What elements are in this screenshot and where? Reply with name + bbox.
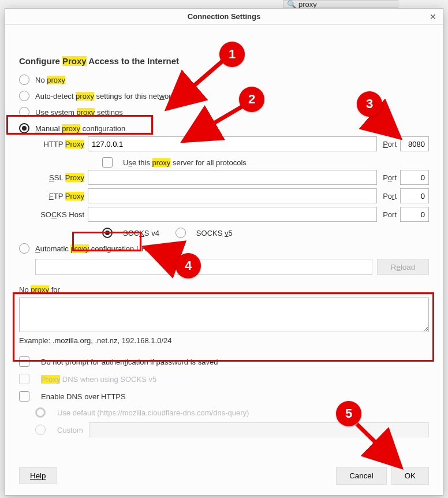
socks-v4-label: SOCKS v4 <box>123 229 159 237</box>
http-port-label: Port <box>383 140 397 148</box>
cancel-button[interactable]: Cancel <box>336 467 387 485</box>
radio-socks-v5[interactable] <box>176 228 186 238</box>
radio-icon <box>35 425 46 435</box>
checkbox-label: Do not prompt for authentication if pass… <box>41 358 218 366</box>
annotation-circle-3: 3 <box>357 91 382 117</box>
checkbox-label: Proxy DNS when using SOCKS v5 <box>41 375 156 384</box>
ok-button[interactable]: OK <box>391 467 429 485</box>
no-proxy-for-label: No proxy for <box>19 285 429 294</box>
http-port-input[interactable] <box>400 136 429 151</box>
checkbox-label: Enable DNS over HTTPS <box>41 392 126 401</box>
radio-icon <box>19 75 29 85</box>
ftp-proxy-input[interactable] <box>88 188 377 203</box>
radio-label: Manual proxy configuration <box>35 124 125 133</box>
radio-icon <box>19 107 29 117</box>
radio-icon <box>19 123 29 133</box>
checkbox-icon <box>19 391 29 402</box>
search-value: proxy <box>298 0 317 9</box>
checkbox-icon <box>19 374 29 384</box>
annotation-circle-2: 2 <box>239 87 264 112</box>
ssl-port-label: Port <box>383 173 397 182</box>
http-proxy-label: HTTP Proxy <box>35 140 84 148</box>
ssl-proxy-label: SSL Proxy <box>35 173 84 182</box>
socks-v5-label: SOCKS v5 <box>196 229 233 237</box>
radio-auto-config-url[interactable]: Automatic proxy configuration URL <box>19 240 429 257</box>
use-for-all-protocols[interactable]: Use this proxy server for all protocols <box>102 155 429 170</box>
radio-label: Use system proxy settings <box>35 108 123 117</box>
checkbox-label: Use this proxy server for all protocols <box>123 158 247 167</box>
radio-icon <box>19 91 29 101</box>
no-prompt-auth-checkbox[interactable]: Do not prompt for authentication if pass… <box>19 353 429 370</box>
auto-config-url-input[interactable] <box>35 259 372 275</box>
doh-custom: Custom <box>35 420 429 440</box>
connection-settings-dialog: Connection Settings ✕ Configure Proxy Ac… <box>5 8 443 496</box>
no-proxy-for-textarea[interactable] <box>19 298 429 332</box>
radio-socks-v4[interactable] <box>102 228 113 238</box>
checkbox-icon <box>102 157 113 168</box>
radio-icon <box>35 407 46 418</box>
search-icon: 🔍 <box>287 0 296 9</box>
reload-button: Reload <box>377 259 429 275</box>
annotation-circle-1: 1 <box>219 42 245 67</box>
close-icon[interactable]: ✕ <box>428 12 438 22</box>
socks-host-input[interactable] <box>88 207 377 222</box>
no-proxy-example: Example: .mozilla.org, .net.nz, 192.168.… <box>19 336 429 345</box>
proxy-dns-socks-checkbox: Proxy DNS when using SOCKS v5 <box>19 370 429 388</box>
dialog-titlebar: Connection Settings ✕ <box>5 9 443 25</box>
radio-no-proxy[interactable]: No proxy <box>19 72 429 88</box>
checkbox-icon <box>19 356 29 367</box>
radio-manual-proxy[interactable]: Manual proxy configuration <box>19 120 429 136</box>
radio-label: Auto-detect proxy settings for this netw… <box>35 92 175 101</box>
socks-port-input[interactable] <box>400 207 429 222</box>
ftp-port-input[interactable] <box>400 188 429 203</box>
ftp-port-label: Port <box>383 192 397 200</box>
dialog-title: Connection Settings <box>188 12 260 21</box>
annotation-circle-5: 5 <box>336 401 361 426</box>
socks-port-label: Port <box>383 210 397 219</box>
doh-use-default: Use default (https://mozilla.cloudflare-… <box>35 405 429 420</box>
ftp-proxy-label: FTP Proxy <box>35 192 84 200</box>
http-proxy-input[interactable] <box>88 136 377 151</box>
radio-label: Custom <box>57 426 83 434</box>
help-button[interactable]: Help <box>19 467 57 484</box>
annotation-circle-4: 4 <box>176 253 201 278</box>
background-search-tab: 🔍 proxy <box>283 0 398 8</box>
doh-custom-input <box>89 422 429 437</box>
enable-doh-checkbox[interactable]: Enable DNS over HTTPS <box>19 388 429 405</box>
radio-icon <box>19 243 29 254</box>
socks-host-label: SOCKS Host <box>35 210 84 219</box>
radio-label: Automatic proxy configuration URL <box>35 244 151 253</box>
ssl-port-input[interactable] <box>400 170 429 185</box>
ssl-proxy-input[interactable] <box>88 170 377 185</box>
radio-label: Use default (https://mozilla.cloudflare-… <box>57 408 249 417</box>
radio-label: No proxy <box>35 76 65 84</box>
